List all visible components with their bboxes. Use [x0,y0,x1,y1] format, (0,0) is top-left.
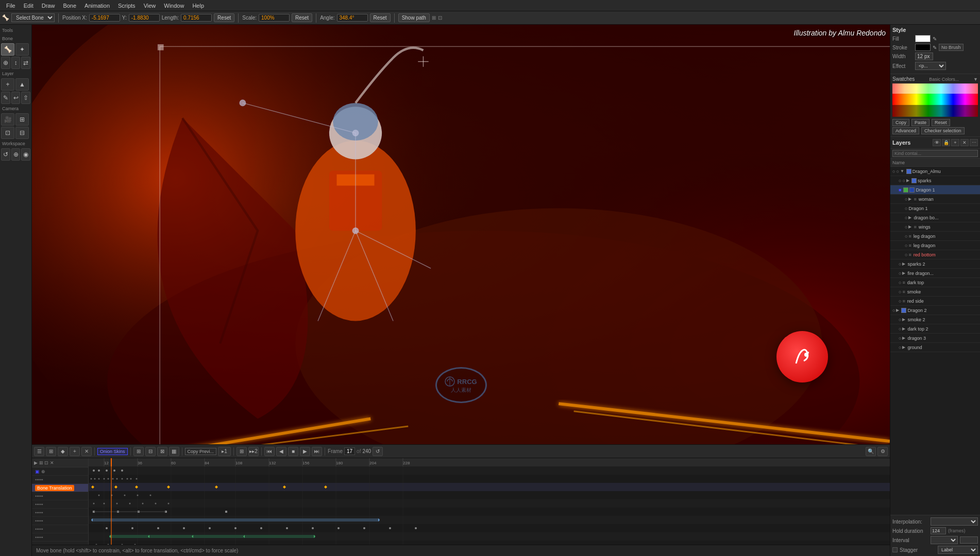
layer-dragonbo[interactable]: ○ ▶ dragon bo... [890,213,980,222]
layer-expand-arrow[interactable]: ▶ [902,326,905,331]
tl-row-2[interactable]: Bone Translation [32,484,88,492]
layer-expand-arrow[interactable]: ▶ [902,262,905,266]
timeline-delete-btn[interactable]: ✕ [81,447,92,456]
tl-nav-2[interactable]: ▸▸2 [248,447,259,456]
tl-play-begin[interactable]: ⏮ [264,447,275,456]
swatches-expand-icon[interactable]: ▼ [973,77,978,82]
color-palette[interactable] [892,83,978,117]
camera-tool-4[interactable]: ⊟ [15,127,29,139]
layers-add-btn[interactable]: + [951,139,959,146]
tl-search-btn[interactable]: 🔍 [866,447,876,456]
layer-dragon3[interactable]: ○ ▶ dragon 3 [890,334,980,343]
length-value[interactable]: 0.7156 [181,14,212,22]
paste-button[interactable]: Paste [911,119,930,126]
no-brush-button[interactable]: No Brush [939,44,964,51]
reset-button-3[interactable]: Reset [370,13,391,22]
angle-value[interactable]: 348.4° [337,14,368,22]
onion-skins-button[interactable]: Onion Skins [97,448,128,455]
layer-dragon1-sub[interactable]: ○ Dragon 1 [890,204,980,213]
menu-window[interactable]: Window [160,2,188,10]
interp-select[interactable] [931,517,978,526]
tl-row-6[interactable]: ••••• [32,517,88,525]
tl-play-prev[interactable]: ◀ [276,447,286,456]
reset-button-2[interactable]: Reset [292,13,312,22]
select-bone-tool[interactable]: 🦴 [1,43,14,56]
workspace-tool-2[interactable]: ⊕ [11,148,21,161]
layers-eye-btn[interactable]: 👁 [933,139,941,146]
hold-input[interactable] [931,527,946,534]
tl-play-end[interactable]: ⏭ [312,447,322,456]
stroke-color-swatch[interactable] [915,44,931,51]
tool-select[interactable]: Select Bone [11,13,55,22]
stagger-checkbox[interactable] [892,547,898,552]
layer-expand-arrow[interactable]: ▶ [902,271,905,275]
width-input[interactable] [915,53,933,60]
layer-tool-1[interactable]: + [1,78,14,91]
bone-tool-5[interactable]: ⇄ [21,57,30,69]
tl-grid-btn4[interactable]: ▦ [169,447,179,456]
checker-button[interactable]: Checker selection [921,127,965,134]
layer-dragon2[interactable]: ○ ▶ Dragon 2 [890,306,980,315]
tl-row-4[interactable]: ••••• [32,500,88,509]
reset-button-1[interactable]: Reset [214,13,234,22]
bone-tool-3[interactable]: ⊕ [1,57,10,69]
layer-sparks2[interactable]: ○ ▶ sparks 2 [890,259,980,269]
timeline-menu-btn[interactable]: ☰ [34,447,44,456]
tl-step1[interactable]: ▸1 [218,447,231,456]
layer-expand-arrow[interactable]: ▶ [902,336,905,340]
tl-row-7[interactable]: ••••• [32,525,88,533]
layer-expand-arrow[interactable]: ▶ [906,178,909,183]
canvas-area[interactable]: Illustration by Almu Redondo RRCG [32,25,890,444]
tl-row-8[interactable]: ••••• [32,533,88,542]
tl-row-0[interactable]: ▣ ⊕ [32,467,88,476]
tl-row-5[interactable]: ••••• [32,509,88,517]
bone-tool-2[interactable]: ✦ [15,43,29,56]
position-y-value[interactable]: -1.8830 [129,14,160,22]
camera-tool-1[interactable]: 🎥 [1,113,14,126]
workspace-tool-1[interactable]: ↺ [1,148,10,161]
layer-smoke[interactable]: ○ ≡ smoke [890,287,980,297]
tl-row-3[interactable]: ••••• [32,492,88,500]
tl-grid-btn[interactable]: ⊞ [133,447,144,456]
layers-lock-btn[interactable]: 🔒 [942,139,950,146]
copy-prev-button[interactable]: Copy Previ... [185,448,217,455]
swatches-type[interactable]: Basic Colors... [929,77,959,82]
layer-woman[interactable]: ○ ▶ ≡ woman [890,195,980,204]
tl-loop-btn[interactable]: ↺ [373,447,383,456]
interval-value[interactable] [960,536,978,544]
layer-dragon-almu[interactable]: ○ ○ ▼ Dragon_Almu [890,167,980,176]
tl-play-next[interactable]: ▶ [300,447,310,456]
layer-wings[interactable]: ○ ▶ ≡ wings [890,222,980,232]
tl-grid-btn3[interactable]: ⊠ [157,447,167,456]
layer-red-side[interactable]: ○ ≡ red side [890,297,980,306]
tl-row-1[interactable]: ••••• [32,476,88,484]
layers-list[interactable]: ○ ○ ▼ Dragon_Almu ○ ○ ▶ sparks ■ [890,167,980,515]
tl-play-stop[interactable]: ■ [288,447,298,456]
interval-select[interactable] [931,536,958,544]
layer-expand-arrow[interactable]: ▶ [908,224,911,229]
layer-expand-arrow[interactable]: ▶ [908,197,911,201]
position-x-value[interactable]: -5.1697 [89,14,120,22]
menu-edit[interactable]: Edit [20,2,38,10]
timeline-add-btn[interactable]: + [70,447,80,456]
layer-tool-5[interactable]: ⇧ [21,92,30,104]
tl-nav-1[interactable]: ⊞ [236,447,247,456]
layer-dragon1[interactable]: ■ Dragon 1 [890,185,980,195]
menu-animation[interactable]: Animation [80,2,114,10]
menu-file[interactable]: File [2,2,20,10]
menu-bone[interactable]: Bone [59,2,80,10]
layer-tool-4[interactable]: ↩ [11,92,21,104]
camera-tool-3[interactable]: ⊡ [1,127,14,139]
workspace-tool-3[interactable]: ◉ [21,148,30,161]
layer-expand-arrow[interactable]: ▶ [896,308,899,312]
layer-tool-3[interactable]: ✎ [1,92,10,104]
stroke-edit-icon[interactable]: ✎ [933,45,937,50]
layer-fire-dragon[interactable]: ○ ▶ fire dragon... [890,269,980,278]
fill-color-swatch[interactable] [915,35,931,42]
layer-ground[interactable]: ○ ▶ ground [890,343,980,352]
layer-dark-top[interactable]: ○ ≡ dark top [890,278,980,287]
menu-view[interactable]: View [140,2,160,10]
show-path-button[interactable]: Show path [398,13,430,22]
effect-select[interactable]: <p... [915,62,946,70]
scale-value[interactable]: 100% [259,14,290,22]
